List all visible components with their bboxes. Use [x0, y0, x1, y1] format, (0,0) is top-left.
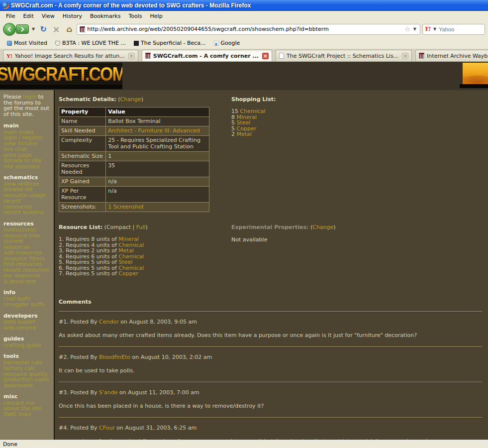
tab-inactive[interactable]: Internet Archive Wayback Machine×: [415, 50, 488, 61]
resource-class-link[interactable]: Metal: [237, 131, 252, 137]
sidebar-item-donate-to-site[interactable]: donate to site: [3, 158, 51, 164]
full-view-link[interactable]: Full: [136, 224, 146, 230]
refresh-icon[interactable]: ↻: [38, 24, 49, 34]
history-dropdown-icon[interactable]: ▼: [32, 27, 35, 31]
comment-prefix: #1. Posted By: [59, 319, 99, 325]
google-icon: g: [214, 41, 219, 46]
value-cell: 1: [106, 152, 209, 161]
tab-active[interactable]: SWGCraft.com - A comfy corner ...×: [142, 50, 272, 61]
sidebar: Please login to the forums to get the mo…: [0, 90, 55, 440]
navigation-toolbar: ▼ ↻ × ⌂ ☆ ▼ Y! ▼: [0, 21, 488, 37]
sidebar-item-instructions[interactable]: instructions: [3, 227, 51, 233]
search-box[interactable]: Y! ▼: [422, 24, 485, 35]
sidebar-section: infochef buffssmuggler buffs: [3, 290, 51, 308]
url-input[interactable]: [87, 26, 402, 32]
change-schematic-link[interactable]: Change: [120, 96, 141, 103]
url-dropdown-icon[interactable]: ▼: [413, 27, 416, 31]
close-icon[interactable]: ×: [128, 53, 135, 59]
property-cell: Screenshots:: [59, 203, 106, 212]
back-arrow-icon: [7, 27, 12, 32]
sidebar-item-recent-screens[interactable]: recent screens: [3, 210, 51, 216]
bookmark-item[interactable]: B3TA : WE LOVE THE ...: [51, 39, 130, 47]
comment-author-link[interactable]: BloodfinEto: [99, 354, 130, 360]
tab-label: Yahoo! Image Search Results for attun...: [15, 53, 125, 59]
back-button[interactable]: [3, 23, 16, 36]
resource-list-item: 7. Requires 5 units of Copper: [59, 271, 231, 277]
comment-author-link[interactable]: S'ande: [99, 389, 117, 396]
tab-label: SWGCraft.com - A comfy corner ...: [153, 53, 259, 59]
value-link[interactable]: 1 Screenshot: [108, 204, 144, 210]
sidebar-item-crafting-guide[interactable]: crafting guide: [3, 342, 51, 348]
value-link[interactable]: Architect - Furniture III: Advanced: [108, 127, 199, 134]
comment-date: on August 10, 2003, 2:02 am: [130, 354, 212, 360]
close-icon[interactable]: ×: [402, 53, 408, 59]
menu-item-file[interactable]: File: [2, 12, 19, 20]
table-row: Resources Needed35: [59, 161, 209, 177]
bookmark-star-icon[interactable]: ☆: [404, 25, 410, 33]
tab-label: The SWGCraft Project :: Schematics Lis..…: [287, 53, 398, 59]
shopping-list-item: 2 Metal: [231, 131, 483, 137]
bookmark-label: Google: [221, 40, 240, 46]
header-art-image: [463, 63, 488, 84]
menu-item-history[interactable]: History: [59, 12, 86, 20]
sidebar-section: schematicsview skilltreebrowse listresou…: [3, 175, 51, 216]
sidebar-item-find-resources[interactable]: find resources: [3, 261, 51, 267]
main-content: Schematic Details: (Change) PropertyValu…: [55, 90, 488, 440]
table-row: Complexity25 - Requires Specialized Craf…: [59, 136, 209, 152]
stop-icon[interactable]: ×: [51, 24, 62, 34]
menu-item-help[interactable]: Help: [146, 12, 167, 20]
forward-button[interactable]: [16, 24, 29, 34]
value-cell: n/a: [106, 177, 209, 187]
comment-author-link[interactable]: CFour: [99, 425, 115, 431]
sidebar-item-live-chat[interactable]: live chat: [3, 146, 51, 152]
sidebar-item-downloads[interactable]: downloads: [3, 383, 51, 389]
sidebar-item-production-costs[interactable]: production costs: [3, 377, 51, 383]
bookmark-item[interactable]: Most Visited: [3, 39, 51, 47]
comment-prefix: #2. Posted By: [59, 354, 99, 360]
resource-line-text: 7. Requires 5 units of: [59, 270, 118, 277]
page-content: SWGCRAFT.COM Please login to the forums …: [0, 62, 488, 440]
window-title: SWGCraft.com - A comfy corner of the web…: [11, 2, 251, 9]
close-icon[interactable]: ×: [262, 53, 269, 59]
sidebar-item-current-resources[interactable]: current resources: [3, 238, 51, 250]
property-cell: Complexity: [59, 136, 106, 152]
sidebar-item-smuggler-buffs[interactable]: smuggler buffs: [3, 302, 51, 308]
menu-item-view[interactable]: View: [38, 12, 59, 20]
bookmark-item[interactable]: The Superficial - Beca...: [130, 39, 210, 47]
menu-item-tools[interactable]: Tools: [124, 12, 146, 20]
change-experimental-link[interactable]: Change: [312, 224, 333, 230]
menu-item-bookmarks[interactable]: Bookmarks: [86, 12, 124, 20]
search-input[interactable]: [439, 26, 483, 32]
sidebar-item-web-service[interactable]: web service: [3, 325, 51, 331]
sidebar-item-swg-links[interactable]: SWG links: [3, 412, 51, 418]
comment-author-link[interactable]: Cendor: [99, 319, 119, 325]
tab-inactive[interactable]: The SWGCraft Project :: Schematics Lis..…: [276, 50, 412, 61]
search-engine-dropdown-icon[interactable]: ▼: [433, 27, 436, 31]
sidebar-item-about-the-site[interactable]: about the site: [3, 406, 51, 412]
bookmark-label: The Superficial - Beca...: [141, 40, 206, 46]
sidebar-item-recent-comments[interactable]: recent comments: [3, 198, 51, 210]
tab-inactive[interactable]: Y!Yahoo! Image Search Results for attun.…: [3, 50, 138, 61]
sidebar-section-title: main: [3, 123, 51, 129]
bookmark-item[interactable]: gGoogle: [210, 39, 244, 47]
site-logo[interactable]: SWGCRAFT.COM: [0, 63, 122, 85]
home-icon[interactable]: ⌂: [64, 24, 75, 34]
sidebar-item-login-register[interactable]: login / register: [3, 135, 51, 141]
archive-icon: [419, 53, 424, 59]
sidebar-item-my-resources[interactable]: my resources: [3, 273, 51, 279]
sidebar-item-factory-calc[interactable]: factory calc: [3, 365, 51, 371]
comment-meta: #3. Posted By S'ande on August 11, 2003,…: [59, 389, 482, 396]
sidebar-item-site-sponsors[interactable]: site sponsors: [3, 164, 51, 170]
sidebar-item-data-export[interactable]: data export: [3, 319, 51, 325]
sidebar-section: guidescrafting guide: [3, 336, 51, 348]
resource-list-title: Resource List:: [59, 224, 102, 230]
sidebar-item-browse-list[interactable]: browse list: [3, 187, 51, 193]
sidebar-item-is-droid-test[interactable]: is droid test: [3, 279, 51, 285]
resource-class-link[interactable]: Copper: [118, 270, 138, 277]
menu-item-edit[interactable]: Edit: [19, 12, 37, 20]
sidebar-section: toolsharvester calcfactory calcresource …: [3, 353, 51, 388]
sidebar-item-add-resources[interactable]: add resources: [3, 250, 51, 256]
table-row: Schematic Size1: [59, 152, 209, 161]
menu-bar: FileEditViewHistoryBookmarksToolsHelp: [0, 11, 488, 21]
url-bar[interactable]: ☆ ▼: [77, 24, 420, 35]
